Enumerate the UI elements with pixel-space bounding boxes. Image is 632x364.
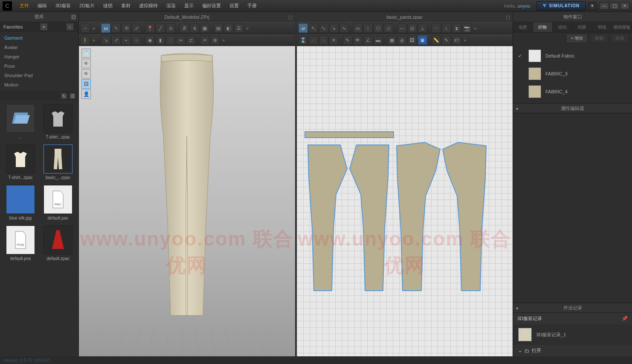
library-item[interactable]: POS default.pos: [3, 225, 38, 261]
tool-edit-curve-icon[interactable]: ↖: [309, 23, 318, 33]
history-item[interactable]: 3D服装记录_1: [513, 324, 632, 345]
tool-zipper-icon[interactable]: ▮: [156, 35, 165, 45]
tool-button-icon[interactable]: ◉: [145, 35, 155, 45]
fabric-item[interactable]: FABRIC_3: [513, 65, 632, 83]
tool-rectangle-icon[interactable]: ▭: [353, 23, 362, 33]
tool-dart-icon[interactable]: ◇: [384, 23, 393, 33]
category-hanger[interactable]: Hanger: [0, 52, 78, 61]
view-garment-icon[interactable]: 👕: [81, 49, 91, 58]
fabric-item[interactable]: FABRIC_4: [513, 83, 632, 101]
menu-display[interactable]: 显示: [180, 0, 198, 12]
menu-material[interactable]: 素材: [117, 0, 135, 12]
toolbar-more-icon[interactable]: »: [244, 26, 250, 31]
tool-circle-icon[interactable]: ○: [132, 35, 141, 45]
menu-edit[interactable]: 编辑: [33, 0, 51, 12]
tool-line-icon[interactable]: ╱: [156, 23, 165, 33]
menu-2d-pattern[interactable]: 2D板片: [75, 0, 99, 12]
library-item[interactable]: default.zpac: [41, 225, 75, 261]
category-pose[interactable]: Pose: [0, 61, 78, 71]
tool-select-icon[interactable]: ▭: [101, 23, 110, 33]
library-view-icon[interactable]: ☰: [69, 92, 76, 99]
tool-segment-sewing-icon[interactable]: ⟋: [309, 35, 318, 45]
tool-fold-icon[interactable]: ⋔: [190, 23, 199, 33]
tool-binding-icon[interactable]: ⊏: [186, 35, 196, 45]
property-editor-header[interactable]: ◂ 属性编辑器: [513, 103, 632, 113]
menu-manual[interactable]: 手册: [243, 0, 261, 12]
tool-stitch-icon[interactable]: ⋮: [166, 35, 175, 45]
library-item[interactable]: PAC default.pac: [41, 185, 75, 220]
menu-sewing[interactable]: 缝纫: [99, 0, 117, 12]
window-close-button[interactable]: ✕: [620, 3, 629, 9]
simulation-dropdown[interactable]: ▾: [589, 2, 596, 10]
category-shoulder-pad[interactable]: Shoulder Pad: [0, 71, 78, 80]
tool-sewing-icon[interactable]: 🧵: [299, 35, 308, 45]
history-pin-icon[interactable]: 📌: [622, 316, 628, 321]
history-panel-header[interactable]: ◂ 作业记录: [513, 303, 632, 313]
view-avatar-icon[interactable]: 👁: [81, 59, 91, 68]
tool-circle-icon[interactable]: ○: [363, 23, 373, 33]
tool-tape-icon[interactable]: ↗: [111, 35, 121, 45]
menu-3d-garment[interactable]: 3D服装: [51, 0, 75, 12]
toolbar-more-icon[interactable]: »: [473, 26, 478, 31]
tool-pin-icon[interactable]: 📍: [145, 23, 155, 33]
tool-seam-icon[interactable]: ⋯: [432, 23, 441, 33]
favorites-add-icon[interactable]: +: [41, 23, 47, 30]
tab-button[interactable]: 纽扣: [553, 22, 573, 32]
category-garment[interactable]: Garment: [0, 33, 78, 43]
tool-print-icon[interactable]: 🖨: [397, 35, 407, 45]
tool-tack-icon[interactable]: ⊙: [166, 23, 175, 33]
library-item[interactable]: T-shirt...zpac: [41, 104, 75, 139]
simulation-button[interactable]: ⧨ SIMULATION: [536, 1, 586, 11]
library-popout-icon[interactable]: ▢: [70, 14, 77, 20]
tool-fold-angle-icon[interactable]: ∠: [363, 35, 373, 45]
tool-label-icon[interactable]: 🏷: [452, 35, 461, 45]
view-silhouette-icon[interactable]: 👤: [81, 90, 91, 99]
window-minimize-button[interactable]: —: [600, 3, 609, 9]
tool-trace-icon[interactable]: ⊡: [408, 23, 417, 33]
tool-cut-icon[interactable]: ✂: [200, 35, 209, 45]
tool-transform-icon[interactable]: ⤡: [319, 23, 328, 33]
menu-preferences[interactable]: 偏好设置: [198, 0, 225, 12]
viewport-2d-canvas[interactable]: www.unyoo.com 联合优网: [297, 46, 513, 356]
tool-notch-icon[interactable]: ⊥: [418, 23, 427, 33]
tool-measure-icon[interactable]: ↘: [101, 35, 110, 45]
pattern-front-right[interactable]: [348, 143, 391, 292]
tool-edit-pattern-icon[interactable]: ▱: [299, 23, 308, 33]
tool-scale-icon[interactable]: ⤢: [132, 23, 141, 33]
tool-rotate-icon[interactable]: ⟲: [122, 23, 131, 33]
tab-pucker[interactable]: 缝纫褶皱: [612, 22, 632, 32]
tool-layer-icon[interactable]: ▦: [200, 23, 209, 33]
tool-annotate-icon[interactable]: ✎: [442, 35, 451, 45]
tool-symmetry-icon[interactable]: ⧗: [452, 23, 461, 33]
favorites-remove-icon[interactable]: −: [67, 23, 73, 30]
history-open-row[interactable]: ⌄ 🗀 打开: [513, 345, 632, 356]
tool-point-icon[interactable]: •: [122, 35, 131, 45]
library-item[interactable]: ..: [3, 104, 38, 139]
fabric-add-button[interactable]: + 增加: [566, 34, 588, 43]
tool-graphic-icon[interactable]: 🖼: [408, 35, 417, 45]
tab-buttonhole[interactable]: 扣眼: [573, 22, 593, 32]
viewport-popout-icon[interactable]: ▢: [506, 14, 510, 20]
viewport-popout-icon[interactable]: ▢: [288, 14, 293, 20]
tool-smooth-icon[interactable]: ◐: [224, 23, 233, 33]
tool-curve-icon[interactable]: ∿: [339, 23, 349, 33]
tool-show-sewing-icon[interactable]: 👁: [353, 35, 362, 45]
tool-mesh-icon[interactable]: ▤: [214, 23, 223, 33]
tool-ruler-icon[interactable]: 📏: [432, 35, 441, 45]
tool-texture-icon[interactable]: ▦: [387, 35, 397, 45]
menu-file[interactable]: 文件: [15, 0, 33, 12]
tool-grain-icon[interactable]: ↕: [442, 23, 451, 33]
window-maximize-button[interactable]: ▢: [610, 3, 619, 9]
tool-arrange-icon[interactable]: ⇵: [180, 23, 189, 33]
tool-grid-icon[interactable]: ⊞: [418, 35, 427, 45]
tool-add-point-icon[interactable]: ↘: [329, 23, 339, 33]
pattern-back-right[interactable]: [441, 141, 488, 292]
tool-move-icon[interactable]: ↖: [111, 23, 121, 33]
tool-nav-icon[interactable]: ↔: [81, 23, 90, 33]
pattern-waistband[interactable]: [304, 131, 394, 138]
menu-avatar[interactable]: 虚拟模特: [135, 0, 162, 12]
library-item[interactable]: basic_...zpac: [41, 144, 75, 180]
tab-fabric[interactable]: 织物: [533, 22, 553, 32]
fabric-copy-button[interactable]: 复制: [590, 34, 608, 43]
library-item[interactable]: blue silk.jpg: [3, 185, 38, 220]
